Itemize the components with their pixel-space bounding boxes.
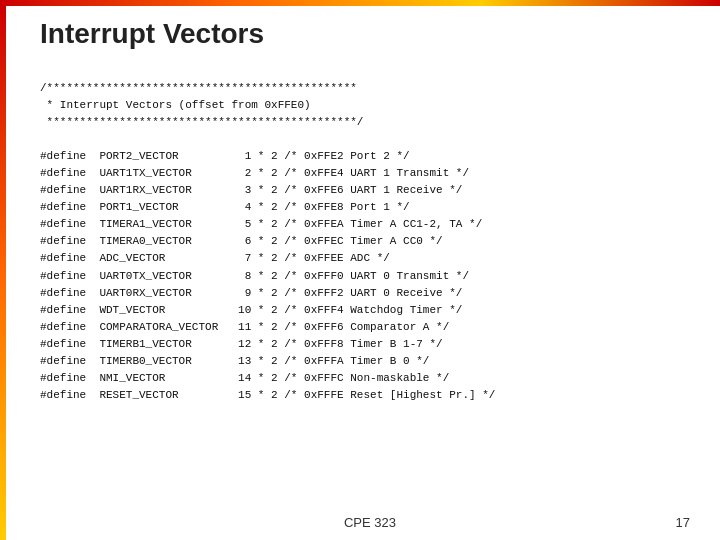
header: Interrupt Vectors: [40, 18, 700, 58]
code-block: /***************************************…: [40, 80, 700, 404]
footer-course: CPE 323: [344, 515, 396, 530]
left-accent-bar: [0, 6, 6, 540]
footer-page: 17: [676, 515, 690, 530]
page-title: Interrupt Vectors: [40, 18, 700, 50]
code-area: /***************************************…: [40, 80, 700, 500]
top-accent-bar: [0, 0, 720, 6]
footer: CPE 323 17: [40, 515, 700, 530]
